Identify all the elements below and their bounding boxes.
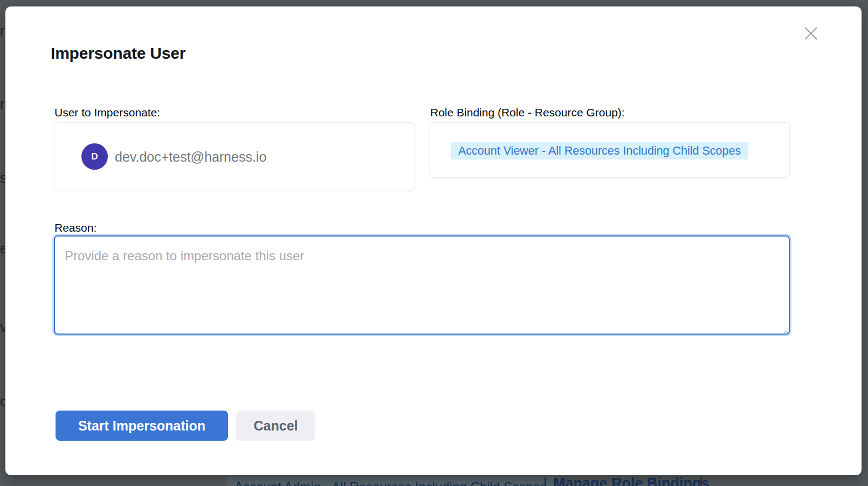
cancel-button[interactable]: Cancel — [236, 411, 315, 441]
background-bottom-row: Account Admin - All Resources Including … — [0, 475, 868, 486]
user-card: D dev.doc+test@harness.io — [54, 122, 415, 190]
background-text-fragment: ve — [0, 319, 5, 336]
role-binding-tag: Account Viewer - All Resources Including… — [451, 142, 748, 159]
dialog-title: Impersonate User — [51, 44, 185, 63]
user-to-impersonate-label: User to Impersonate: — [54, 106, 160, 119]
impersonate-user-dialog: Impersonate User User to Impersonate: D … — [5, 6, 862, 475]
background-text-fragment: ev — [0, 240, 5, 257]
avatar: D — [81, 143, 108, 170]
background-text-fragment: ct — [0, 393, 5, 410]
reason-input[interactable] — [54, 235, 790, 335]
user-email: dev.doc+test@harness.io — [115, 123, 266, 191]
reason-label: Reason: — [54, 221, 97, 234]
role-binding-label: Role Binding (Role - Resource Group): — [430, 106, 625, 119]
close-button[interactable] — [802, 24, 820, 43]
close-icon — [803, 25, 819, 41]
background-role-binding-tag: Account Admin - All Resources Including … — [226, 476, 555, 486]
background-text-fragment: r — [0, 96, 5, 113]
separator: | — [543, 475, 547, 486]
manage-role-bindings-link: Manage Role Bindings — [553, 475, 709, 486]
role-binding-card: Account Viewer - All Resources Including… — [430, 122, 790, 178]
start-impersonation-button[interactable]: Start Impersonation — [56, 411, 228, 441]
background-text-fragment: s — [0, 170, 5, 186]
background-text-fragment: r — [0, 23, 5, 39]
separator: | — [699, 475, 703, 486]
